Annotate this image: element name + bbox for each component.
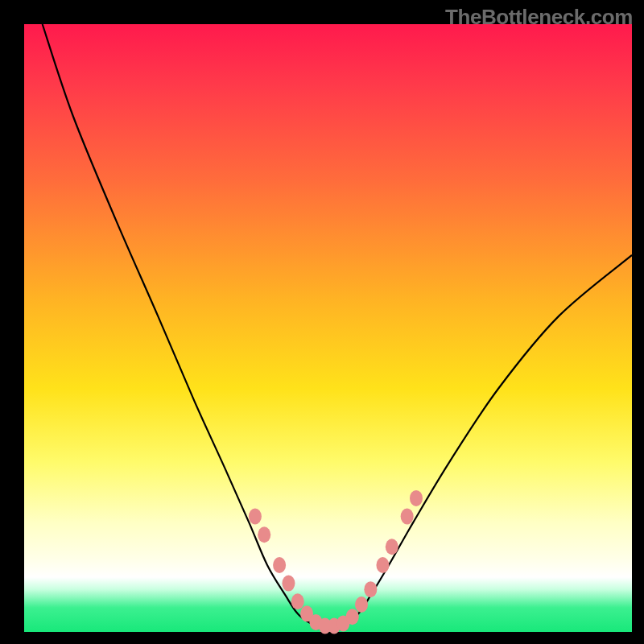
bottleneck-curve bbox=[43, 24, 632, 626]
plot-area bbox=[24, 24, 632, 632]
highlight-dot bbox=[355, 597, 368, 613]
highlight-dots bbox=[249, 490, 423, 634]
bottleneck-curve-svg bbox=[24, 24, 632, 632]
highlight-dot bbox=[249, 509, 262, 525]
highlight-dot bbox=[282, 576, 295, 592]
highlight-dot bbox=[401, 509, 414, 525]
highlight-dot bbox=[386, 539, 398, 555]
highlight-dot bbox=[273, 557, 286, 573]
chart-frame: TheBottleneck.com bbox=[0, 0, 644, 644]
highlight-dot bbox=[258, 526, 270, 543]
highlight-dot bbox=[410, 490, 423, 506]
highlight-dot bbox=[376, 557, 389, 573]
highlight-dot bbox=[364, 581, 377, 597]
highlight-dot bbox=[346, 609, 359, 625]
highlight-dot bbox=[291, 593, 304, 609]
